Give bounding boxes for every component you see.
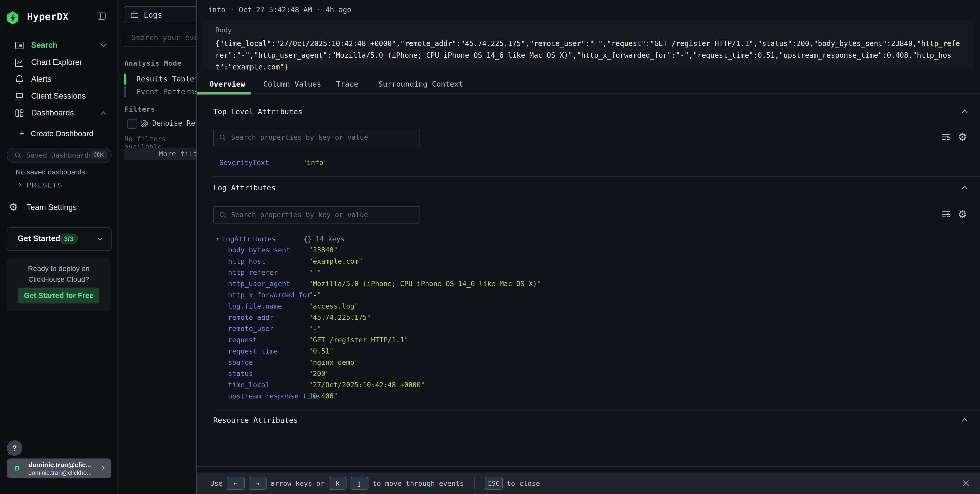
- create-dashboard-button[interactable]: + Create Dashboard: [0, 127, 118, 140]
- event-header: info · Oct 27 5:42:48 AM · 4h ago: [208, 6, 352, 14]
- esc-key: ESC: [485, 476, 503, 490]
- help-button[interactable]: ?: [7, 440, 22, 456]
- chart-icon: [14, 57, 24, 68]
- sidebar-item-client-sessions[interactable]: Client Sessions: [0, 88, 118, 105]
- attribute-value[interactable]: nginx-demo: [309, 357, 358, 368]
- log-attributes-search-input[interactable]: [231, 208, 415, 221]
- collapse-caret-icon[interactable]: ▾: [216, 233, 222, 245]
- attribute-value[interactable]: access.log: [309, 301, 358, 312]
- section-title-log-attributes: Log Attributes: [213, 183, 275, 192]
- attribute-value[interactable]: info: [302, 157, 328, 168]
- user-menu[interactable]: D dominic.tran@clic... dominic.tran@clic…: [7, 459, 111, 478]
- sidebar-item-label: Dashboards: [31, 108, 74, 118]
- attribute-root-key[interactable]: LogAttributes: [222, 233, 304, 245]
- presets-toggle[interactable]: PRESETS: [0, 180, 118, 191]
- mode-label: Event Patterns: [136, 88, 196, 96]
- attribute-value[interactable]: example.com: [309, 256, 363, 267]
- attribute-value[interactable]: -: [309, 267, 321, 278]
- attribute-row: SeverityText info: [220, 157, 328, 168]
- section-divider: [213, 410, 980, 411]
- chevron-up-icon[interactable]: [960, 184, 969, 191]
- attribute-key[interactable]: http_referer: [228, 267, 309, 278]
- top-level-search-input[interactable]: [231, 131, 415, 143]
- close-icon[interactable]: [961, 479, 970, 488]
- attribute-value[interactable]: 0.51: [309, 346, 334, 357]
- attribute-value[interactable]: -: [309, 289, 321, 301]
- tab-overview[interactable]: Overview: [209, 80, 245, 88]
- sidebar-item-label: Chart Explorer: [31, 58, 82, 67]
- sidebar-collapse-icon[interactable]: [97, 11, 107, 21]
- attribute-value[interactable]: 0.408: [309, 390, 338, 402]
- chevron-up-icon[interactable]: [960, 108, 969, 115]
- tab-trace[interactable]: Trace: [336, 80, 358, 88]
- avatar: D: [11, 462, 24, 475]
- get-started-widget[interactable]: Get Started 3/3: [7, 227, 111, 251]
- footer-divider: [197, 466, 980, 467]
- j-key: j: [351, 476, 369, 490]
- attribute-key[interactable]: http_user_agent: [228, 278, 309, 289]
- gear-icon[interactable]: ⚙: [958, 209, 967, 220]
- event-search-input[interactable]: [131, 31, 196, 45]
- attribute-key[interactable]: remote_addr: [228, 312, 309, 323]
- attribute-key[interactable]: SeverityText: [220, 157, 302, 168]
- wrap-lines-icon[interactable]: [941, 132, 951, 142]
- attribute-key[interactable]: request_time: [228, 346, 309, 357]
- sidebar-item-alerts[interactable]: Alerts: [0, 71, 118, 88]
- get-started-free-button[interactable]: Get Started for Free: [18, 288, 99, 303]
- tab-column-values[interactable]: Column Values: [263, 80, 321, 88]
- attribute-row: http_user_agentMozilla/5.0 (iPhone; CPU …: [228, 278, 541, 289]
- attribute-value[interactable]: 45.74.225.175: [309, 312, 371, 323]
- mode-results-table[interactable]: Results Table: [124, 73, 196, 85]
- search-icon: [219, 134, 226, 141]
- active-tab-underline: [197, 92, 251, 94]
- event-age: 4h ago: [326, 6, 352, 14]
- attribute-value[interactable]: 200: [309, 368, 329, 379]
- attribute-value[interactable]: 23840: [309, 244, 338, 256]
- attribute-value[interactable]: 27/Oct/2025:10:42:48 +0000: [309, 379, 425, 390]
- hint-text: arrow keys or: [270, 480, 325, 488]
- saved-dashboards-input[interactable]: [26, 149, 91, 161]
- attribute-value[interactable]: -: [309, 323, 321, 335]
- sidebar-item-chart-explorer[interactable]: Chart Explorer: [0, 54, 118, 71]
- attribute-row: request_time0.51: [228, 346, 334, 357]
- search-icon: [219, 211, 226, 219]
- attribute-key[interactable]: upstream_response_time: [228, 390, 309, 402]
- attribute-key[interactable]: source: [228, 357, 309, 368]
- plus-icon: +: [19, 128, 24, 138]
- saved-dashboards-search[interactable]: ⌘K: [7, 148, 111, 163]
- hint-text: Use: [210, 480, 223, 488]
- more-filters-button[interactable]: More filters: [124, 148, 196, 160]
- attribute-key[interactable]: remote_user: [228, 323, 309, 335]
- attribute-key[interactable]: http_host: [228, 256, 309, 267]
- tab-surrounding-context[interactable]: Surrounding Context: [379, 80, 463, 88]
- attribute-key[interactable]: log.file.name: [228, 301, 309, 312]
- chevron-up-icon[interactable]: [960, 416, 969, 424]
- attribute-key[interactable]: http_x_forwarded_for: [228, 289, 309, 301]
- mode-event-patterns[interactable]: Event Patterns: [124, 86, 196, 98]
- source-select-value: Logs: [144, 11, 162, 19]
- body-json[interactable]: {"time_local":"27/Oct/2025:10:42:48 +000…: [215, 38, 963, 73]
- sidebar-item-dashboards[interactable]: Dashboards: [0, 105, 118, 121]
- attribute-tree-root: ▾ LogAttributes {} 14 keys: [216, 233, 344, 245]
- denoise-checkbox[interactable]: [127, 119, 137, 129]
- sidebar-item-team-settings[interactable]: ⚙ Team Settings: [0, 199, 118, 215]
- attribute-row: body_bytes_sent23840: [228, 244, 338, 256]
- sidebar-item-search[interactable]: Search: [0, 37, 118, 54]
- attribute-key[interactable]: time_local: [228, 379, 309, 390]
- user-email: dominic.tran@clickho...: [29, 469, 92, 476]
- attribute-row: remote_addr45.74.225.175: [228, 312, 371, 323]
- denoise-label: Denoise Results: [152, 119, 196, 127]
- attribute-key[interactable]: body_bytes_sent: [228, 244, 309, 256]
- attribute-row: status200: [228, 368, 329, 379]
- search-icon: [14, 151, 22, 159]
- attribute-key[interactable]: request: [228, 335, 309, 346]
- separator: ·: [317, 6, 321, 14]
- separator: ·: [230, 6, 234, 14]
- wrap-lines-icon[interactable]: [941, 209, 951, 220]
- attribute-key[interactable]: status: [228, 368, 309, 379]
- attribute-value[interactable]: GET /register HTTP/1.1: [309, 335, 408, 346]
- gear-icon[interactable]: ⚙: [958, 132, 967, 142]
- sidebar-item-label: Search: [31, 41, 57, 50]
- attribute-value[interactable]: Mozilla/5.0 (iPhone; CPU iPhone OS 14_6 …: [309, 278, 541, 289]
- source-select[interactable]: Logs: [124, 6, 196, 23]
